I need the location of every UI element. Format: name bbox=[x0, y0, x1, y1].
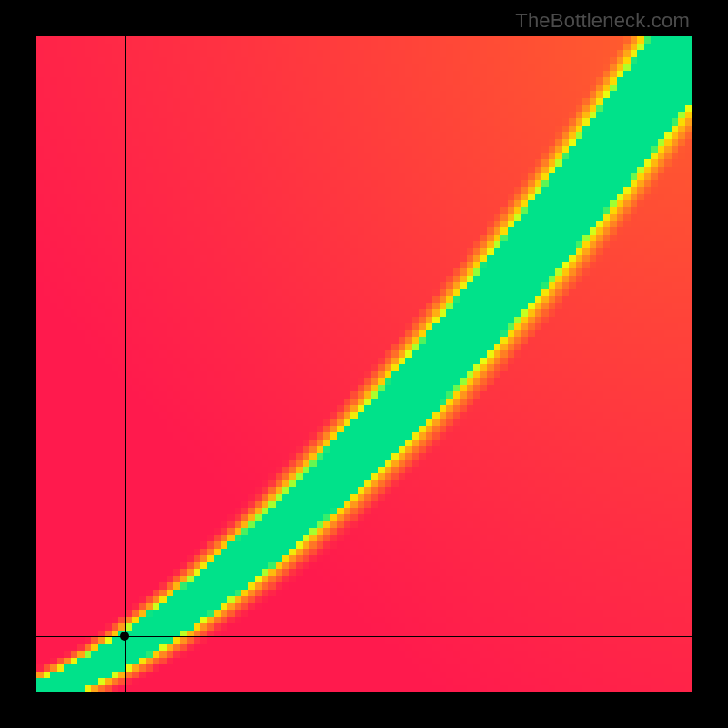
selection-marker-dot bbox=[120, 632, 129, 641]
crosshair-vertical bbox=[125, 36, 126, 692]
bottleneck-heatmap bbox=[36, 36, 692, 692]
chart-frame: TheBottleneck.com bbox=[0, 0, 728, 728]
watermark-text: TheBottleneck.com bbox=[515, 9, 690, 33]
heatmap-plot-area bbox=[36, 36, 692, 692]
crosshair-horizontal bbox=[36, 636, 692, 637]
